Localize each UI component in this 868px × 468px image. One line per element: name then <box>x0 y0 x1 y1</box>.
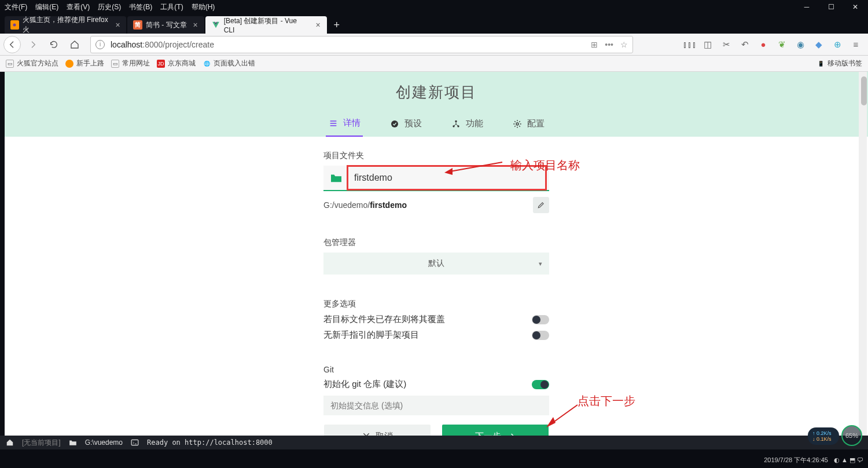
tray-icons[interactable]: ◐ ▲ ⬒ 🗩 <box>834 456 863 464</box>
star-icon[interactable]: ☆ <box>620 40 628 49</box>
close-icon[interactable]: × <box>192 21 200 29</box>
menu-bar: 文件(F) 编辑(E) 查看(V) 历史(S) 书签(B) 工具(T) 帮助(H… <box>0 0 868 14</box>
annotation-input: 输入项目名称 <box>510 158 580 173</box>
status-ready: Ready on http://localhost:8000 <box>147 438 273 447</box>
qr-icon[interactable]: ⊞ <box>591 40 598 49</box>
page-content: 创建新项目 详情 预设 功能 配置 项目文件夹 <box>5 72 868 449</box>
more-icon[interactable]: ••• <box>605 40 613 49</box>
terminal-icon[interactable] <box>131 439 139 446</box>
browser-tab-vue-cli[interactable]: [Beta] 创建新项目 - Vue CLI × <box>205 16 327 34</box>
maximize-button[interactable]: ☐ <box>823 2 839 12</box>
svg-marker-8 <box>444 168 453 175</box>
info-icon[interactable]: i <box>95 40 105 49</box>
svg-marker-10 <box>546 417 556 427</box>
menu-view[interactable]: 查看(V) <box>67 2 90 12</box>
close-icon[interactable]: × <box>114 21 122 29</box>
tray-datetime: 2019/7/28 下午4:26:45 <box>764 456 828 465</box>
menu-edit[interactable]: 编辑(E) <box>35 2 58 12</box>
system-tray: 2019/7/28 下午4:26:45 ◐ ▲ ⬒ 🗩 <box>764 456 863 465</box>
folder-icon: ▭ <box>6 60 14 68</box>
bookmark-firefox[interactable]: ▭ 火狐官方站点 <box>6 58 58 68</box>
toggle-overwrite[interactable] <box>532 315 549 324</box>
form-area: 项目文件夹 G:/vuedemo/firstdemo 包管理器 默认 ▾ 更多选… <box>323 151 549 448</box>
more-options-label: 更多选项 <box>323 299 549 309</box>
option-git-init: 初始化 git 仓库 (建议) <box>323 379 549 390</box>
page-header: 创建新项目 详情 预设 功能 配置 <box>5 72 868 137</box>
menu-file[interactable]: 文件(F) <box>5 2 27 12</box>
library-icon[interactable]: ⫿⫿⫿ <box>683 39 696 49</box>
browser-tab-firefox-home[interactable]: 火狐主页，推荐使用 Firefox 火 × <box>5 16 126 34</box>
chevron-down-icon: ▾ <box>539 260 542 268</box>
pkg-manager-select[interactable]: 默认 ▾ <box>323 253 549 275</box>
close-button[interactable]: ✕ <box>847 2 863 12</box>
svg-point-2 <box>391 120 398 127</box>
bookmark-getting-started[interactable]: 新手上路 <box>65 58 104 68</box>
ext-icon[interactable]: ◆ <box>812 39 825 50</box>
arrow-annotation-1 <box>444 158 514 175</box>
close-icon[interactable]: × <box>314 21 322 29</box>
tab-label: 简书 - 写文章 <box>146 20 187 30</box>
url-path: /project/create <box>163 40 214 49</box>
jd-icon: JD <box>157 60 165 68</box>
menu-tools[interactable]: 工具(T) <box>160 2 183 12</box>
network-icon <box>451 119 461 129</box>
tab-features[interactable]: 功能 <box>448 112 486 137</box>
firefox-icon <box>10 20 19 30</box>
tab-label: 火狐主页，推荐使用 Firefox 火 <box>23 15 109 35</box>
folder-icon[interactable] <box>69 439 77 446</box>
status-project: [无当前项目] <box>22 438 61 448</box>
windows-taskbar[interactable] <box>0 449 868 468</box>
menu-bookmarks[interactable]: 书签(B) <box>129 2 152 12</box>
hamburger-icon[interactable]: ≡ <box>849 39 862 49</box>
leaf-icon[interactable]: ❦ <box>775 39 788 50</box>
undo-icon[interactable]: ↶ <box>738 39 751 50</box>
folder-icon: ▭ <box>111 60 119 68</box>
tab-presets[interactable]: 预设 <box>387 112 424 137</box>
folder-icon <box>323 173 349 183</box>
toggle-bare[interactable] <box>532 331 549 340</box>
home-button[interactable] <box>66 36 83 53</box>
scroll-thumb-top[interactable] <box>861 76 867 105</box>
svg-line-9 <box>551 405 578 424</box>
svg-point-1 <box>13 24 16 27</box>
circle-icon[interactable]: ● <box>757 39 770 49</box>
network-monitor[interactable]: ↑ 0.2K/s ↓ 0.1K/s <box>808 427 839 445</box>
minimize-button[interactable]: ─ <box>799 2 815 12</box>
shield-icon[interactable]: ◉ <box>794 39 807 50</box>
vue-icon <box>211 20 220 30</box>
reload-button[interactable] <box>45 36 62 53</box>
git-label: Git <box>323 365 549 374</box>
tab-details[interactable]: 详情 <box>326 112 363 137</box>
url-bar[interactable]: i localhost:8000/project/create ⊞ ••• ☆ <box>90 36 633 53</box>
bookmark-mobile[interactable]: 📱 移动版书签 <box>816 58 862 68</box>
scrollbar[interactable] <box>859 72 867 449</box>
option-overwrite: 若目标文件夹已存在则将其覆盖 <box>323 314 549 325</box>
forward-button[interactable] <box>24 36 42 53</box>
screenshot-icon[interactable]: ✂ <box>720 39 733 50</box>
tab-label: [Beta] 创建新项目 - Vue CLI <box>224 16 310 34</box>
svg-line-7 <box>450 162 502 171</box>
bookmark-error[interactable]: 🌐 页面载入出错 <box>203 58 255 68</box>
mobile-icon: 📱 <box>816 60 825 68</box>
back-button[interactable] <box>3 36 21 53</box>
git-commit-input[interactable] <box>323 396 549 415</box>
browser-tab-jianshu[interactable]: 简 简书 - 写文章 × <box>127 16 204 34</box>
cpu-monitor[interactable]: 65% <box>841 425 862 446</box>
status-folder[interactable]: G:\vuedemo <box>85 438 123 447</box>
svg-point-6 <box>516 123 518 125</box>
browser-nav-bar: i localhost:8000/project/create ⊞ ••• ☆ … <box>0 34 868 56</box>
bookmark-jd[interactable]: JD 京东商城 <box>157 58 196 68</box>
clock-icon[interactable]: ⊕ <box>831 39 844 50</box>
edit-path-button[interactable] <box>533 197 549 213</box>
tab-config[interactable]: 配置 <box>510 112 547 137</box>
sidebar-icon[interactable]: ◫ <box>701 39 714 50</box>
vue-cli-status-bar: [无当前项目] G:\vuedemo Ready on http://local… <box>0 436 868 449</box>
page-title: 创建新项目 <box>5 82 868 103</box>
menu-history[interactable]: 历史(S) <box>98 2 121 12</box>
svg-rect-11 <box>131 440 138 445</box>
menu-help[interactable]: 帮助(H) <box>192 2 215 12</box>
toggle-git[interactable] <box>532 380 549 389</box>
bookmark-common[interactable]: ▭ 常用网址 <box>111 58 150 68</box>
new-tab-button[interactable]: + <box>328 16 345 34</box>
home-icon[interactable] <box>6 438 14 447</box>
